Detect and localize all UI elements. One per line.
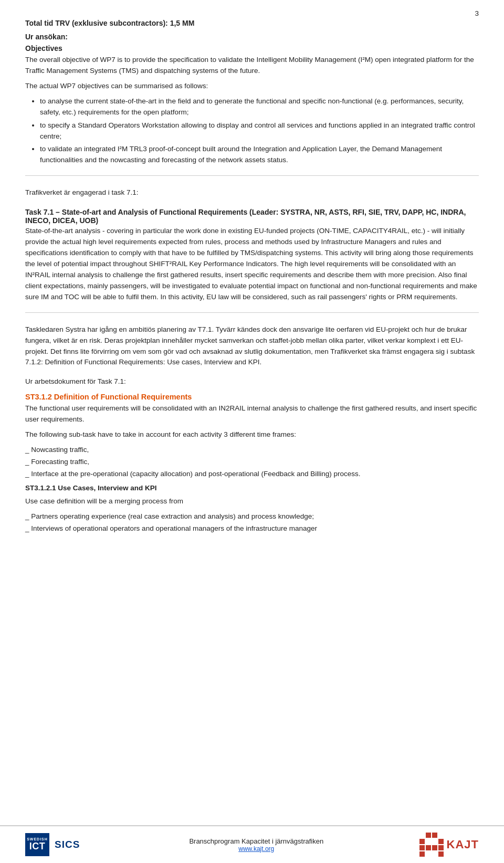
st3121-list: _ Partners operating experience (real ca… <box>25 511 479 534</box>
st312-body2: The following sub-task have to take in a… <box>25 429 479 440</box>
page-number: 3 <box>475 9 479 17</box>
objectives-intro: The overall objective of WP7 is to provi… <box>25 55 479 77</box>
footer-right: KAJT <box>419 833 479 857</box>
footer-logos: SWEDISH ICT SICS <box>25 833 93 856</box>
st312-list1-item2: _ Forecasting traffic, <box>25 457 479 468</box>
st312-heading: ST3.1.2 Definition of Functional Require… <box>25 393 479 401</box>
st312-list1-item1: _ Nowcasting traffic, <box>25 445 479 456</box>
objectives-section: Objectives The overall objective of WP7 … <box>25 44 479 166</box>
ur-ansoken-label: Ur ansökan: <box>25 33 479 41</box>
trafikverket-text: Trafikverket är engagerad i task 7.1: <box>25 187 479 198</box>
st312-body1: The functional user requirements will be… <box>25 403 479 425</box>
bullet-3: to validate an integrated I²M TRL3 proof… <box>40 144 479 166</box>
objectives-bullets: to analyse the current state-of-the-art … <box>40 96 479 166</box>
footer-center: Branschprogram Kapacitet i järnvägstrafi… <box>93 837 419 853</box>
ur-arbetsdokument-label: Ur arbetsdokument för Task 7.1: <box>25 376 479 387</box>
kajt-grid <box>419 833 444 857</box>
page: 3 Total tid TRV (exklusive subcontractor… <box>0 0 504 863</box>
divider-1 <box>25 175 479 176</box>
taskledaren-para-1: Taskledaren Systra har igång en ambitiös… <box>25 324 479 369</box>
taskledaren-block: Taskledaren Systra har igång en ambitiös… <box>25 324 479 369</box>
task71-heading: Task 7.1 – State-of-art and Analysis of … <box>25 208 479 225</box>
objectives-summary-intro: The actual WP7 objectives can be summari… <box>25 81 479 92</box>
ur-arbetsdokument-block: Ur arbetsdokument för Task 7.1: <box>25 376 479 387</box>
st312-list1-item3: _ Interface at the pre-operational (capa… <box>25 469 479 480</box>
footer: SWEDISH ICT SICS Branschprogram Kapacite… <box>0 825 504 863</box>
kajt-logo: KAJT <box>419 833 479 857</box>
bullet-1: to analyse the current state-of-the-art … <box>40 96 479 118</box>
st312-list1: _ Nowcasting traffic, _ Forecasting traf… <box>25 445 479 480</box>
st312-section: ST3.1.2 Definition of Functional Require… <box>25 393 479 534</box>
trafikverket-block: Trafikverket är engagerad i task 7.1: <box>25 187 479 198</box>
kajt-text: KAJT <box>447 838 479 851</box>
footer-url[interactable]: www.kajt.org <box>93 845 419 853</box>
total-tid-label: Total tid TRV (exklusive subcontractors)… <box>25 19 479 27</box>
bullet-2: to specify a Standard Operators Workstat… <box>40 120 479 142</box>
sics-logo: SICS <box>55 839 80 850</box>
st3121-list-item2: _ Interviews of operational operators an… <box>25 523 479 534</box>
st3121-heading: ST3.1.2.1 Use Cases, Interview and KPI <box>25 483 479 494</box>
divider-2 <box>25 312 479 313</box>
task71-body: State-of-the-art analysis - covering in … <box>25 226 479 302</box>
footer-program: Branschprogram Kapacitet i järnvägstrafi… <box>93 837 419 845</box>
st3121-list-item1: _ Partners operating experience (real ca… <box>25 511 479 522</box>
swedish-ict-logo: SWEDISH ICT <box>25 833 49 856</box>
objectives-heading: Objectives <box>25 44 479 52</box>
st3121-body: Use case definition will be a merging pr… <box>25 496 479 507</box>
